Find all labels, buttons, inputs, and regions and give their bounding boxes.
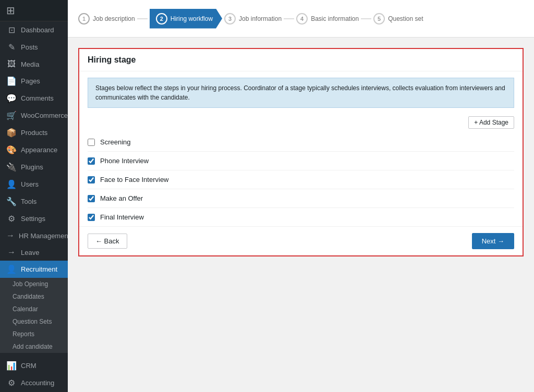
sidebar-item-media[interactable]: 🖼 Media [0, 56, 68, 72]
sidebar-item-products[interactable]: 📦 Products [0, 124, 68, 141]
sidebar-item-posts[interactable]: ✎ Posts [0, 39, 68, 56]
sidebar-item-appearance[interactable]: 🎨 Appearance [0, 141, 68, 158]
sidebar-item-plugins[interactable]: 🔌 Plugins [0, 158, 68, 176]
dashboard-icon: ⊡ [6, 25, 17, 35]
stage-row: Face to Face Interview [88, 170, 514, 189]
sidebar-item-dashboard[interactable]: ⊡ Dashboard [0, 21, 68, 39]
step-4-number: 4 [296, 13, 308, 24]
sidebar-item-users[interactable]: 👤 Users [0, 176, 68, 193]
stage-label-1: Phone Interview [100, 157, 149, 165]
hiring-stage-title: Hiring stage [79, 49, 523, 71]
products-icon: 📦 [6, 128, 17, 138]
woocommerce-icon: 🛒 [6, 111, 17, 120]
step-connector-1-2 [137, 18, 148, 19]
plugins-icon: 🔌 [6, 162, 17, 172]
appearance-icon: 🎨 [6, 145, 17, 155]
accounting-icon: ⚙ [6, 378, 17, 388]
recruitment-submenu: Job Opening Candidates Calendar Question… [0, 278, 68, 353]
step-5-number: 5 [373, 13, 385, 24]
crm-icon: 📊 [6, 361, 17, 371]
recruitment-icon: 👤 [6, 264, 17, 274]
stage-checkbox-2[interactable] [88, 176, 95, 183]
stage-checkbox-0[interactable] [88, 139, 95, 146]
add-stage-row: + Add Stage [79, 114, 523, 133]
media-icon: 🖼 [6, 59, 17, 69]
sidebar-item-settings[interactable]: ⚙ Settings [0, 210, 68, 227]
sidebar-item-accounting[interactable]: ⚙ Accounting [0, 374, 68, 391]
submenu-reports[interactable]: Reports [0, 328, 68, 340]
step-3-label: Job information [239, 15, 282, 22]
back-button[interactable]: ← Back [88, 234, 127, 249]
leave-icon: → [6, 248, 17, 257]
sidebar-logo: ⊞ [0, 0, 68, 21]
stage-label-0: Screening [100, 138, 131, 146]
wizard-step-1[interactable]: 1 Job description [78, 13, 135, 24]
step-connector-4-5 [361, 18, 371, 19]
stage-label-4: Final Interview [100, 213, 144, 221]
stage-row: Screening [88, 133, 514, 152]
stage-label-2: Face to Face Interview [100, 176, 169, 183]
page-content: Hiring stage Stages below reflect the st… [68, 38, 534, 392]
wizard-step-3[interactable]: 3 Job information [224, 13, 282, 24]
hiring-stage-card: Hiring stage Stages below reflect the st… [78, 48, 524, 256]
wizard-step-2[interactable]: 2 Hiring workflow [150, 9, 222, 29]
step-4-label: Basic information [311, 15, 359, 22]
sidebar-item-leave[interactable]: → Leave [0, 244, 68, 261]
comments-icon: 💬 [6, 93, 17, 103]
sidebar-item-woocommerce[interactable]: 🛒 WooCommerce [0, 107, 68, 124]
step-2-label: Hiring workflow [171, 15, 213, 22]
wordpress-icon: ⊞ [6, 4, 15, 17]
submenu-candidates[interactable]: Candidates [0, 290, 68, 303]
stage-row: Make an Offer [88, 189, 514, 208]
card-footer: ← Back Next → [79, 226, 523, 255]
wizard-steps: 1 Job description 2 Hiring workflow 3 Jo… [68, 0, 534, 38]
sidebar-item-recruitment[interactable]: 👤 Recruitment [0, 261, 68, 278]
next-button[interactable]: Next → [472, 233, 514, 249]
step-1-number: 1 [78, 13, 90, 24]
stage-checkbox-4[interactable] [88, 214, 95, 221]
stage-label-3: Make an Offer [100, 194, 143, 202]
pages-icon: 📄 [6, 76, 17, 86]
stage-checkbox-1[interactable] [88, 157, 95, 165]
sidebar: ⊞ ⊡ Dashboard ✎ Posts 🖼 Media 📄 Pages 💬 … [0, 0, 68, 392]
step-3-number: 3 [224, 13, 236, 24]
tools-icon: 🔧 [6, 197, 17, 206]
stage-list: ScreeningPhone InterviewFace to Face Int… [79, 133, 523, 226]
users-icon: 👤 [6, 179, 17, 189]
sidebar-item-hr-management[interactable]: → HR Management [0, 227, 68, 244]
step-2-number: 2 [156, 13, 167, 24]
main-content: 1 Job description 2 Hiring workflow 3 Jo… [68, 0, 534, 392]
stage-row: Phone Interview [88, 152, 514, 170]
sidebar-item-crm[interactable]: 📊 CRM [0, 357, 68, 374]
step-1-label: Job description [93, 15, 135, 22]
submenu-job-opening[interactable]: Job Opening [0, 278, 68, 290]
posts-icon: ✎ [6, 42, 17, 52]
sidebar-item-pages[interactable]: 📄 Pages [0, 72, 68, 90]
sidebar-item-comments[interactable]: 💬 Comments [0, 90, 68, 107]
hr-icon: → [6, 231, 15, 240]
settings-icon: ⚙ [6, 214, 17, 224]
wizard-step-5[interactable]: 5 Question set [373, 13, 423, 24]
stage-checkbox-3[interactable] [88, 195, 95, 202]
wizard-step-4[interactable]: 4 Basic information [296, 13, 359, 24]
submenu-add-candidate[interactable]: Add candidate [0, 340, 68, 353]
step-5-label: Question set [388, 15, 423, 22]
stage-row: Final Interview [88, 208, 514, 226]
step-connector-3-4 [284, 18, 294, 19]
sidebar-item-tools[interactable]: 🔧 Tools [0, 193, 68, 210]
info-box: Stages below reflect the steps in your h… [88, 78, 514, 108]
add-stage-button[interactable]: + Add Stage [468, 116, 514, 129]
submenu-question-sets[interactable]: Question Sets [0, 315, 68, 328]
submenu-calendar[interactable]: Calendar [0, 303, 68, 315]
